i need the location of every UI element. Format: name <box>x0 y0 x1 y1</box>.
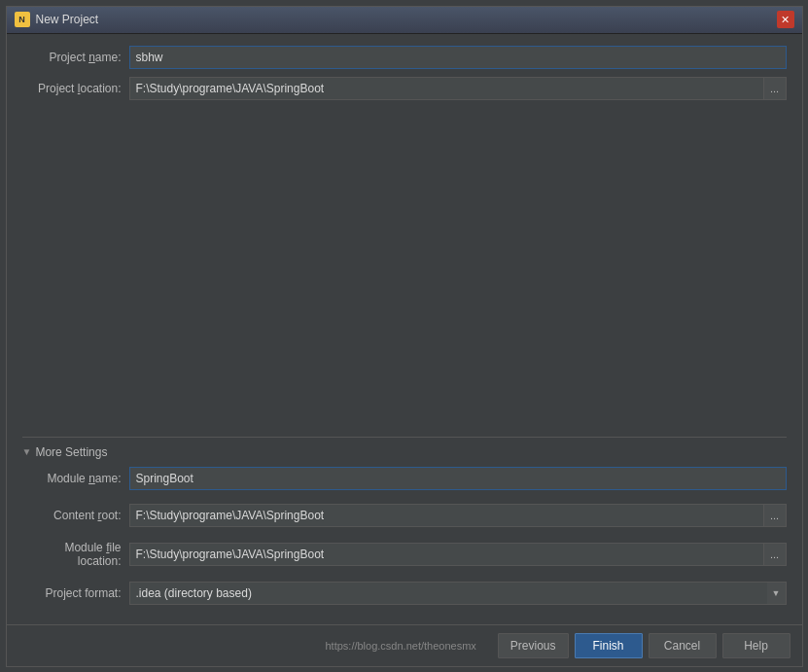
more-settings-label: More Settings <box>35 445 107 459</box>
close-button[interactable]: ✕ <box>777 11 794 28</box>
module-file-location-label: Module file location: <box>22 541 129 568</box>
toggle-arrow-icon: ▼ <box>22 446 32 457</box>
project-name-input[interactable] <box>129 46 787 69</box>
project-location-label: Project location: <box>22 82 129 95</box>
main-area <box>22 108 787 437</box>
dialog-content: Project name: Project location: ... ▼ Mo… <box>7 34 802 624</box>
project-format-label: Project format: <box>22 586 129 600</box>
footer-url: https://blog.csdn.net/theonesmx <box>18 640 492 652</box>
module-file-location-browse-button[interactable]: ... <box>763 543 787 566</box>
window-title: New Project <box>36 13 777 26</box>
more-settings-toggle[interactable]: ▼ More Settings <box>22 445 787 459</box>
project-format-row: Project format: .idea (directory based) … <box>22 582 787 605</box>
help-button[interactable]: Help <box>722 633 790 658</box>
module-name-label: Module name: <box>22 472 129 485</box>
project-location-input-group: ... <box>129 77 787 100</box>
content-root-input[interactable] <box>129 504 763 527</box>
project-location-row: Project location: ... <box>22 77 787 100</box>
previous-button[interactable]: Previous <box>498 633 569 658</box>
module-name-input[interactable] <box>129 467 787 490</box>
window-icon: N <box>15 12 30 27</box>
module-file-location-input-group: ... <box>129 543 787 566</box>
content-root-row: Content root: ... <box>22 504 787 527</box>
project-name-row: Project name: <box>22 46 787 69</box>
module-name-row: Module name: <box>22 467 787 490</box>
finish-button[interactable]: Finish <box>575 633 643 658</box>
project-format-select[interactable]: .idea (directory based) .ipr (file based… <box>129 582 787 605</box>
module-file-location-row: Module file location: ... <box>22 541 787 568</box>
project-location-input[interactable] <box>129 77 763 100</box>
more-settings-form: Module name: Content root: ... <box>22 467 787 613</box>
cancel-button[interactable]: Cancel <box>649 633 717 658</box>
content-root-browse-button[interactable]: ... <box>763 504 787 527</box>
new-project-dialog: N New Project ✕ Project name: Project lo… <box>6 6 803 667</box>
content-root-label: Content root: <box>22 509 129 522</box>
more-settings-section: ▼ More Settings Module name: Content roo… <box>22 437 787 613</box>
project-location-browse-button[interactable]: ... <box>763 77 787 100</box>
dialog-footer: https://blog.csdn.net/theonesmx Previous… <box>7 624 802 666</box>
module-file-location-input[interactable] <box>129 543 763 566</box>
content-root-input-group: ... <box>129 504 787 527</box>
project-format-select-wrapper: .idea (directory based) .ipr (file based… <box>129 582 787 605</box>
title-bar: N New Project ✕ <box>7 7 802 34</box>
project-name-label: Project name: <box>22 51 129 64</box>
